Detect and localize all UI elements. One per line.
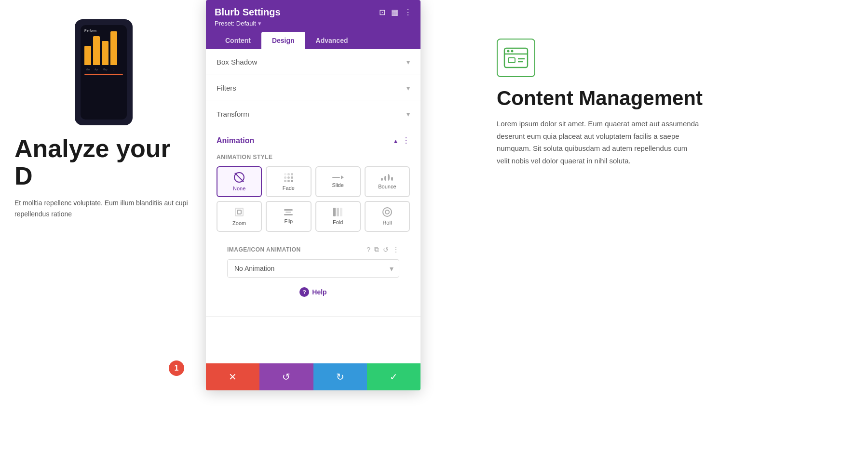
bounce-icon: [381, 174, 393, 181]
anim-fold-label: Fold: [333, 219, 343, 225]
zoom-outer: [235, 208, 244, 216]
panel-footer: ✕ ↺ ↻ ✓: [206, 363, 420, 390]
anim-slide[interactable]: Slide: [315, 166, 361, 197]
transform-title: Transform: [217, 110, 249, 118]
animation-title: Animation: [217, 136, 254, 145]
panel-header-icons: ⊡ ▦ ⋮: [379, 8, 412, 17]
box-shadow-header[interactable]: Box Shadow ▾: [206, 49, 420, 75]
panel-header: Blurb Settings ⊡ ▦ ⋮ Preset: Default ▾ C…: [206, 0, 420, 49]
flip-bar-3: [284, 214, 293, 215]
tab-advanced[interactable]: Advanced: [305, 32, 359, 49]
anim-zoom[interactable]: Zoom: [217, 201, 262, 232]
animation-menu-icon[interactable]: ⋮: [402, 136, 410, 145]
phone-screen: Perform Mar Apr May J: [81, 25, 127, 120]
filters-chevron: ▾: [407, 84, 410, 92]
fd4: [284, 176, 286, 179]
roll-inner: [385, 210, 390, 214]
image-anim-select[interactable]: No Animation Bounce Flash Pulse Rubber B…: [227, 259, 399, 278]
svg-point-3: [511, 50, 514, 53]
filters-section: Filters ▾: [206, 75, 420, 101]
anim-none-label: None: [233, 186, 245, 191]
arrow-line: [332, 177, 340, 178]
box-shadow-title: Box Shadow: [217, 58, 257, 66]
fold-col-3: [340, 208, 342, 216]
panel-tabs: Content Design Advanced: [215, 32, 412, 49]
content-management-icon: [497, 39, 535, 77]
image-anim-select-wrapper: No Animation Bounce Flash Pulse Rubber B…: [227, 259, 399, 278]
bd2: [384, 176, 386, 181]
no-anim-icon: [234, 172, 244, 183]
reset-icon[interactable]: ↺: [383, 246, 389, 253]
anim-bounce[interactable]: Bounce: [365, 166, 410, 197]
settings-panel: Blurb Settings ⊡ ▦ ⋮ Preset: Default ▾ C…: [206, 0, 420, 390]
label-apr: Apr: [93, 68, 100, 71]
phone-title: Perform: [84, 29, 123, 32]
image-anim-icons: ? ⧉ ↺ ⋮: [366, 245, 399, 253]
bd3: [388, 174, 390, 181]
bar-3: [102, 41, 108, 65]
fold-col-1: [333, 208, 336, 216]
tab-content[interactable]: Content: [215, 32, 261, 49]
roll-icon: [382, 207, 392, 217]
section-header-right: ▴ ⋮: [394, 136, 410, 145]
save-button[interactable]: ✓: [367, 363, 420, 390]
bar-4: [110, 31, 117, 65]
anim-flip[interactable]: Flip: [266, 201, 311, 232]
panel-title-row: Blurb Settings ⊡ ▦ ⋮: [215, 7, 412, 18]
help-circle-icon: ?: [299, 287, 309, 297]
anim-none[interactable]: None: [217, 166, 262, 197]
help-label: Help: [312, 288, 326, 296]
label-jun: J: [110, 68, 117, 71]
copy-icon[interactable]: ⧉: [374, 245, 379, 253]
panel-preset[interactable]: Preset: Default ▾: [215, 20, 412, 27]
help-link[interactable]: ? Help: [299, 287, 326, 297]
anim-fade[interactable]: Fade: [266, 166, 311, 197]
grid-icon[interactable]: ▦: [391, 8, 398, 17]
flip-bar-1: [284, 209, 293, 211]
chart-line: [84, 74, 123, 75]
arrow-head: [341, 175, 344, 179]
cancel-button[interactable]: ✕: [206, 363, 259, 390]
screen-icon[interactable]: ⊡: [379, 8, 385, 17]
bar-2: [93, 36, 100, 65]
bd4: [391, 177, 393, 181]
filters-title: Filters: [217, 84, 236, 92]
box-shadow-chevron: ▾: [407, 58, 410, 66]
label-mar: Mar: [84, 68, 91, 71]
anim-bounce-label: Bounce: [378, 184, 396, 189]
tab-design[interactable]: Design: [261, 32, 305, 49]
anim-fold[interactable]: Fold: [315, 201, 361, 232]
transform-header[interactable]: Transform ▾: [206, 101, 420, 127]
label-may: May: [102, 68, 108, 71]
filters-header[interactable]: Filters ▾: [206, 75, 420, 101]
more-small-icon[interactable]: ⋮: [393, 246, 399, 253]
image-anim-label: Image/Icon Animation: [227, 246, 362, 253]
bar-chart: [84, 36, 123, 65]
fd6: [291, 176, 293, 179]
left-content: Perform Mar Apr May J Analyze your D Et …: [0, 0, 207, 239]
fd3: [291, 173, 293, 175]
right-body: Lorem ipsum dolor sit amet. Eum quaerat …: [497, 118, 699, 167]
more-options-icon[interactable]: ⋮: [404, 8, 412, 17]
fd5: [287, 176, 290, 179]
anim-fade-label: Fade: [283, 185, 295, 191]
help-small-icon[interactable]: ?: [366, 246, 370, 253]
fd7: [284, 180, 286, 182]
fade-icon: [284, 173, 293, 182]
flip-bar-2: [285, 212, 291, 213]
redo-button[interactable]: ↻: [313, 363, 367, 390]
anim-roll[interactable]: Roll: [365, 201, 410, 232]
transform-chevron: ▾: [407, 110, 410, 118]
fd9: [291, 180, 293, 182]
fd2: [287, 173, 290, 175]
animation-grid: None: [217, 166, 410, 232]
undo-button[interactable]: ↺: [259, 363, 313, 390]
panel-title: Blurb Settings: [215, 7, 281, 18]
anim-roll-label: Roll: [382, 220, 392, 226]
flip-icon: [284, 209, 293, 215]
slide-icon: [332, 175, 344, 179]
animation-header[interactable]: Animation ▴ ⋮: [206, 127, 420, 154]
animation-section: Animation ▴ ⋮ Animation Style None: [206, 127, 420, 317]
page-body: Et molltia repellenc voluptate. Eum illu…: [14, 198, 193, 219]
image-icon-animation-section: Image/Icon Animation ? ⧉ ↺ ⋮ No Animatio…: [217, 240, 410, 278]
